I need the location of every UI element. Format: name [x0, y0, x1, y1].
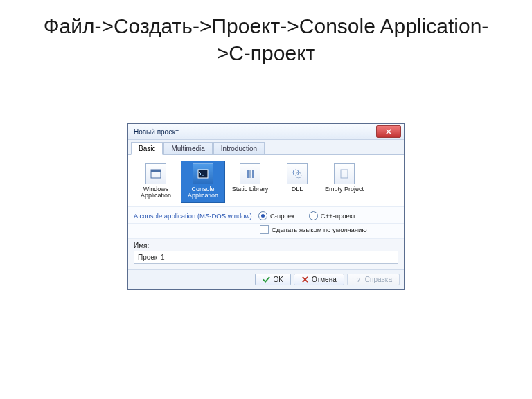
project-type-label: Console Application	[188, 186, 218, 199]
svg-rect-5	[252, 170, 254, 178]
project-name-input[interactable]: Проект1	[134, 251, 398, 264]
check-icon	[263, 276, 270, 283]
empty-project-icon	[339, 168, 350, 179]
checkbox-default-language[interactable]	[260, 225, 269, 234]
project-type-windows-app[interactable]: Windows Application	[134, 161, 178, 203]
ok-button[interactable]: OK	[255, 274, 290, 285]
new-project-dialog: Новый проект Basic Multimedia Introducti…	[127, 123, 405, 290]
button-label: OK	[273, 276, 283, 283]
svg-rect-8	[341, 170, 348, 178]
button-label: Справка	[365, 276, 392, 283]
name-label: Имя:	[128, 239, 404, 251]
dialog-title: Новый проект	[134, 128, 376, 136]
close-button[interactable]	[376, 125, 401, 138]
library-icon	[245, 168, 256, 179]
project-type-label: Windows Application	[141, 186, 171, 199]
project-type-label: DLL	[292, 186, 303, 193]
svg-rect-2	[198, 170, 208, 178]
tab-basic[interactable]: Basic	[131, 142, 163, 155]
svg-rect-1	[151, 170, 161, 172]
project-type-dll[interactable]: DLL	[275, 161, 319, 203]
radio-label: C++-проект	[321, 212, 356, 220]
slide-heading: Файл->Создать->Проект->Console Applicati…	[0, 0, 532, 66]
radio-dot-icon	[309, 211, 318, 220]
help-icon: ?	[355, 276, 362, 283]
project-type-description: A console application (MS-DOS window)	[134, 212, 258, 220]
tab-introduction[interactable]: Introduction	[213, 142, 265, 154]
cancel-button[interactable]: Отмена	[294, 274, 344, 285]
project-type-console-app[interactable]: Console Application	[181, 161, 225, 203]
svg-rect-3	[247, 170, 249, 178]
project-type-label: Empty Project	[325, 186, 364, 193]
checkbox-label: Сделать языком по умолчанию	[272, 226, 367, 233]
help-button[interactable]: ? Справка	[347, 274, 400, 285]
radio-dot-icon	[258, 211, 267, 220]
console-icon	[197, 168, 209, 179]
button-label: Отмена	[312, 276, 337, 283]
radio-c-project[interactable]: C-проект	[258, 211, 298, 220]
tab-multimedia[interactable]: Multimedia	[163, 142, 212, 154]
radio-cpp-project[interactable]: C++-проект	[309, 211, 356, 220]
dll-icon	[292, 168, 303, 179]
svg-rect-4	[249, 170, 251, 178]
project-type-panel: Windows Application Console Application …	[128, 155, 404, 206]
project-type-static-library[interactable]: Static Library	[228, 161, 272, 203]
tab-bar: Basic Multimedia Introduction	[128, 140, 404, 155]
cancel-icon	[301, 276, 309, 283]
close-icon	[386, 129, 391, 134]
dialog-titlebar[interactable]: Новый проект	[128, 124, 404, 140]
svg-text:?: ?	[357, 276, 360, 283]
project-type-label: Static Library	[232, 186, 269, 193]
project-type-empty[interactable]: Empty Project	[322, 161, 366, 203]
radio-label: C-проект	[270, 212, 298, 220]
window-app-icon	[150, 168, 161, 179]
